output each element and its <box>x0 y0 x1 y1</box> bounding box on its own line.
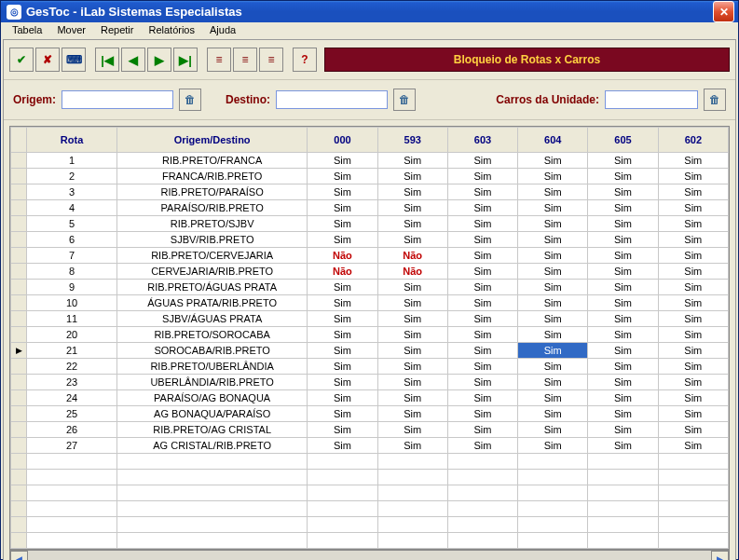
cell-value[interactable]: Sim <box>518 311 588 327</box>
cell-origem-destino[interactable]: RIB.PRETO/UBERLÂNDIA <box>116 359 307 375</box>
cell-rota[interactable]: 4 <box>27 200 117 216</box>
column-header[interactable]: 604 <box>518 128 588 153</box>
cell-value[interactable]: Sim <box>518 390 588 406</box>
cell-origem-destino[interactable]: RIB.PRETO/FRANCA <box>116 153 307 169</box>
cell-value[interactable]: Sim <box>308 343 377 359</box>
cell-rota[interactable]: 9 <box>27 280 117 295</box>
cell-value[interactable]: Sim <box>447 390 517 406</box>
cell-value[interactable]: Não <box>308 264 377 280</box>
cell-value[interactable]: Sim <box>308 311 377 327</box>
cell-value[interactable]: Sim <box>447 422 517 438</box>
cell-value[interactable]: Sim <box>447 200 517 216</box>
cell-value[interactable]: Sim <box>658 375 728 390</box>
cell-value[interactable]: Sim <box>308 438 377 454</box>
cell-value[interactable]: Sim <box>518 200 588 216</box>
cell-value[interactable]: Sim <box>447 153 517 169</box>
cell-rota[interactable]: 3 <box>27 184 117 200</box>
carros-clear-button[interactable]: 🗑 <box>704 89 726 111</box>
cell-value[interactable]: Sim <box>308 232 377 248</box>
cell-value[interactable]: Sim <box>447 264 517 280</box>
cell-value[interactable]: Sim <box>377 295 447 311</box>
nav-next-button[interactable]: ▶ <box>147 48 171 72</box>
cell-value[interactable]: Sim <box>447 248 517 264</box>
cell-value[interactable]: Sim <box>377 422 447 438</box>
list-button-1[interactable]: ≡ <box>207 48 231 72</box>
nav-prev-button[interactable]: ◀ <box>121 48 145 72</box>
cell-origem-destino[interactable]: RIB.PRETO/CERVEJARIA <box>116 248 307 264</box>
cell-value[interactable]: Sim <box>377 153 447 169</box>
cell-origem-destino[interactable]: ÁGUAS PRATA/RIB.PRETO <box>116 295 307 311</box>
table-row[interactable]: 26RIB.PRETO/AG CRISTALSimSimSimSimSimSim <box>11 422 729 438</box>
cell-value[interactable]: Sim <box>588 343 658 359</box>
cell-value[interactable]: Sim <box>377 311 447 327</box>
cell-value[interactable]: Sim <box>447 232 517 248</box>
cell-value[interactable]: Sim <box>658 280 728 295</box>
cell-value[interactable]: Sim <box>377 280 447 295</box>
cell-rota[interactable]: 2 <box>27 169 117 184</box>
origem-input[interactable] <box>62 90 173 109</box>
cell-value[interactable]: Não <box>377 264 447 280</box>
cell-value[interactable]: Sim <box>518 264 588 280</box>
table-row[interactable]: 8CERVEJARIA/RIB.PRETONãoNãoSimSimSimSim <box>11 264 729 280</box>
menu-mover[interactable]: Mover <box>51 22 91 37</box>
cell-value[interactable]: Sim <box>588 406 658 422</box>
cell-rota[interactable]: 22 <box>27 359 117 375</box>
cell-value[interactable]: Sim <box>518 280 588 295</box>
nav-first-button[interactable]: |◀ <box>95 48 119 72</box>
cell-value[interactable]: Sim <box>377 232 447 248</box>
cell-value[interactable]: Sim <box>518 422 588 438</box>
cell-value[interactable]: Sim <box>308 153 377 169</box>
cell-value[interactable]: Sim <box>308 200 377 216</box>
data-grid[interactable]: RotaOrigem/Destino000593603604605602 1RI… <box>9 126 730 550</box>
cell-rota[interactable]: 20 <box>27 327 117 343</box>
cell-value[interactable]: Sim <box>588 232 658 248</box>
cell-value[interactable]: Sim <box>588 169 658 184</box>
table-row[interactable]: 3RIB.PRETO/PARAÍSOSimSimSimSimSimSim <box>11 184 729 200</box>
cell-value[interactable]: Sim <box>588 311 658 327</box>
table-row[interactable]: 1RIB.PRETO/FRANCASimSimSimSimSimSim <box>11 153 729 169</box>
cell-origem-destino[interactable]: SOROCABA/RIB.PRETO <box>116 343 307 359</box>
horizontal-scrollbar[interactable]: ◀ ▶ <box>9 550 730 560</box>
cell-origem-destino[interactable]: SJBV/RIB.PRETO <box>116 232 307 248</box>
cell-value[interactable]: Sim <box>588 153 658 169</box>
list-button-2[interactable]: ≡ <box>233 48 257 72</box>
keyboard-button[interactable]: ⌨ <box>62 48 86 72</box>
cell-value[interactable]: Sim <box>658 184 728 200</box>
cell-value[interactable]: Sim <box>518 248 588 264</box>
cell-value[interactable]: Sim <box>658 422 728 438</box>
cell-value[interactable]: Sim <box>588 359 658 375</box>
cell-value[interactable]: Sim <box>377 359 447 375</box>
cell-value[interactable]: Sim <box>658 406 728 422</box>
table-row[interactable]: 20RIB.PRETO/SOROCABASimSimSimSimSimSim <box>11 327 729 343</box>
cell-value[interactable]: Sim <box>518 359 588 375</box>
cancel-button[interactable]: ✘ <box>35 48 60 72</box>
cell-value[interactable]: Sim <box>308 406 377 422</box>
cell-value[interactable]: Sim <box>518 153 588 169</box>
cell-value[interactable]: Sim <box>518 232 588 248</box>
table-row[interactable]: 6SJBV/RIB.PRETOSimSimSimSimSimSim <box>11 232 729 248</box>
cell-value[interactable]: Sim <box>377 343 447 359</box>
cell-rota[interactable]: 25 <box>27 406 117 422</box>
cell-value[interactable]: Sim <box>588 438 658 454</box>
cell-value[interactable]: Sim <box>447 169 517 184</box>
destino-clear-button[interactable]: 🗑 <box>393 89 416 111</box>
cell-value[interactable]: Sim <box>308 280 377 295</box>
list-button-3[interactable]: ≡ <box>259 48 283 72</box>
cell-origem-destino[interactable]: AG CRISTAL/RIB.PRETO <box>116 438 307 454</box>
cell-value[interactable]: Sim <box>447 438 517 454</box>
cell-value[interactable]: Sim <box>588 200 658 216</box>
column-header[interactable]: 603 <box>447 128 517 153</box>
cell-value[interactable]: Sim <box>658 438 728 454</box>
cell-value[interactable]: Sim <box>588 327 658 343</box>
cell-rota[interactable]: 26 <box>27 422 117 438</box>
nav-last-button[interactable]: ▶| <box>173 48 198 72</box>
scroll-right-button[interactable]: ▶ <box>711 551 729 560</box>
cell-value[interactable]: Sim <box>308 295 377 311</box>
cell-value[interactable]: Sim <box>447 375 517 390</box>
cell-value[interactable]: Sim <box>588 390 658 406</box>
cell-value[interactable]: Sim <box>518 327 588 343</box>
menu-ajuda[interactable]: Ajuda <box>204 22 241 37</box>
cell-value[interactable]: Sim <box>588 422 658 438</box>
cell-value[interactable]: Sim <box>518 295 588 311</box>
cell-value[interactable]: Sim <box>377 406 447 422</box>
